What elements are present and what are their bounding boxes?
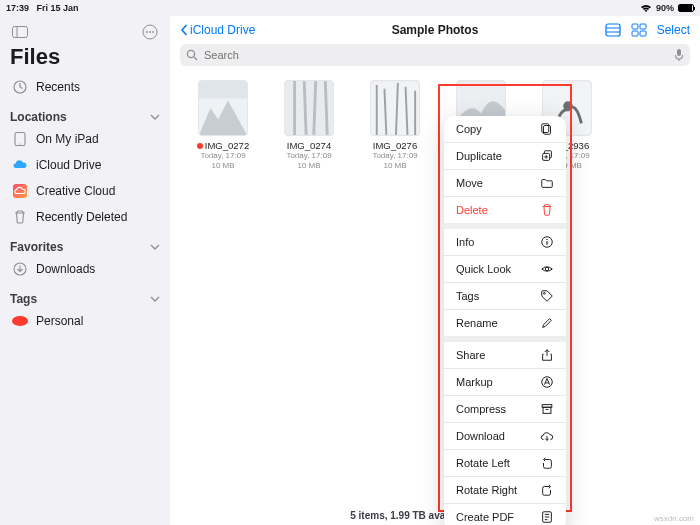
status-left: 17:39 Fri 15 Jan [6, 3, 79, 13]
file-item[interactable]: IMG_0274 Today, 17:09 10 MB [276, 80, 342, 170]
menu-item-info[interactable]: Info [444, 229, 566, 255]
sidebar-title: Files [10, 44, 160, 70]
search-icon [186, 49, 198, 61]
menu-item-create-pdf[interactable]: Create PDF [444, 504, 566, 525]
sidebar-item-downloads[interactable]: Downloads [10, 256, 160, 282]
trash-icon [12, 209, 28, 225]
svg-rect-16 [632, 31, 638, 36]
menu-item-copy[interactable]: Copy [444, 116, 566, 142]
svg-rect-11 [606, 24, 620, 36]
battery-icon [678, 4, 694, 12]
sidebar-item-label: Downloads [36, 262, 95, 276]
file-item[interactable]: IMG_0272 Today, 17:09 10 MB [190, 80, 256, 170]
search-field[interactable] [180, 44, 690, 66]
menu-item-label: Info [456, 236, 474, 248]
menu-item-label: Tags [456, 290, 479, 302]
rotate-left-icon [540, 456, 554, 470]
select-button[interactable]: Select [657, 23, 690, 37]
watermark: wsxdn.com [654, 514, 694, 523]
sidebar-item-label: Recents [36, 80, 80, 94]
menu-item-label: Compress [456, 403, 506, 415]
sidebar-item-creative-cloud[interactable]: Creative Cloud [10, 178, 160, 204]
sidebar-item-on-my-ipad[interactable]: On My iPad [10, 126, 160, 152]
creative-cloud-icon [12, 183, 28, 199]
file-size: 10 MB [211, 161, 234, 171]
section-favorites[interactable]: Favorites [10, 240, 160, 254]
svg-rect-14 [632, 24, 638, 29]
copy-icon [540, 122, 554, 136]
svg-point-5 [152, 31, 154, 33]
menu-item-rotate-left[interactable]: Rotate Left [444, 450, 566, 476]
back-label: iCloud Drive [190, 23, 255, 37]
section-label: Tags [10, 292, 37, 306]
file-name: IMG_0276 [373, 140, 417, 151]
menu-item-markup[interactable]: Markup [444, 369, 566, 395]
status-bar: 17:39 Fri 15 Jan 90% [0, 0, 700, 16]
menu-item-label: Copy [456, 123, 482, 135]
status-right: 90% [640, 3, 694, 13]
view-grid-button[interactable] [631, 23, 647, 37]
back-button[interactable]: iCloud Drive [180, 23, 255, 37]
sidebar-item-icloud-drive[interactable]: iCloud Drive [10, 152, 160, 178]
download-icon [540, 429, 554, 443]
file-date: Today, 17:09 [372, 151, 417, 161]
menu-item-label: Rename [456, 317, 498, 329]
menu-item-move[interactable]: Move [444, 170, 566, 196]
duplicate-icon [540, 149, 554, 163]
file-thumbnail [198, 80, 248, 136]
svg-rect-17 [640, 31, 646, 36]
menu-more-button[interactable] [140, 22, 160, 42]
archive-icon [540, 402, 554, 416]
menu-item-label: Markup [456, 376, 493, 388]
nav-bar: iCloud Drive Sample Photos Select [170, 16, 700, 44]
file-thumbnail [370, 80, 420, 136]
menu-item-compress[interactable]: Compress [444, 396, 566, 422]
menu-item-tags[interactable]: Tags [444, 283, 566, 309]
footer-status: 5 items, 1.99 TB available on iCloud [170, 510, 700, 521]
menu-item-quick-look[interactable]: Quick Look [444, 256, 566, 282]
mic-icon[interactable] [674, 48, 684, 62]
menu-item-download[interactable]: Download [444, 423, 566, 449]
section-label: Locations [10, 110, 67, 124]
menu-item-rotate-right[interactable]: Rotate Right [444, 477, 566, 503]
svg-point-33 [545, 267, 549, 271]
svg-point-3 [146, 31, 148, 33]
search-input[interactable] [204, 49, 668, 61]
section-locations[interactable]: Locations [10, 110, 160, 124]
icloud-icon [12, 157, 28, 173]
svg-point-18 [187, 50, 194, 57]
menu-item-label: Create PDF [456, 511, 514, 523]
sidebar-item-tag-personal[interactable]: Personal [10, 308, 160, 334]
chevron-left-icon [180, 24, 188, 36]
view-list-button[interactable] [605, 23, 621, 37]
status-time: 17:39 [6, 3, 29, 13]
sidebar-item-label: iCloud Drive [36, 158, 101, 172]
menu-item-duplicate[interactable]: Duplicate [444, 143, 566, 169]
clock-icon [12, 79, 28, 95]
svg-rect-15 [640, 24, 646, 29]
menu-item-label: Download [456, 430, 505, 442]
status-date: Fri 15 Jan [37, 3, 79, 13]
sidebar-toggle-button[interactable] [10, 22, 30, 42]
sidebar-item-recents[interactable]: Recents [10, 74, 160, 100]
menu-item-label: Move [456, 177, 483, 189]
svg-rect-22 [199, 81, 247, 98]
sidebar-item-label: Recently Deleted [36, 210, 127, 224]
menu-item-share[interactable]: Share [444, 342, 566, 368]
svg-point-32 [546, 239, 547, 240]
ipad-icon [12, 131, 28, 147]
sidebar-item-recently-deleted[interactable]: Recently Deleted [10, 204, 160, 230]
chevron-down-icon [150, 296, 160, 302]
file-size: 10 MB [297, 161, 320, 171]
menu-item-label: Duplicate [456, 150, 502, 162]
menu-item-delete[interactable]: Delete [444, 197, 566, 223]
context-menu: CopyDuplicateMoveDeleteInfoQuick LookTag… [444, 116, 566, 525]
file-item[interactable]: IMG_0276 Today, 17:09 10 MB [362, 80, 428, 170]
menu-item-rename[interactable]: Rename [444, 310, 566, 336]
svg-rect-0 [13, 27, 28, 38]
tag-color-icon [12, 316, 28, 326]
section-tags[interactable]: Tags [10, 292, 160, 306]
file-thumbnail [284, 80, 334, 136]
file-name: IMG_0272 [197, 140, 249, 151]
menu-item-label: Delete [456, 204, 488, 216]
